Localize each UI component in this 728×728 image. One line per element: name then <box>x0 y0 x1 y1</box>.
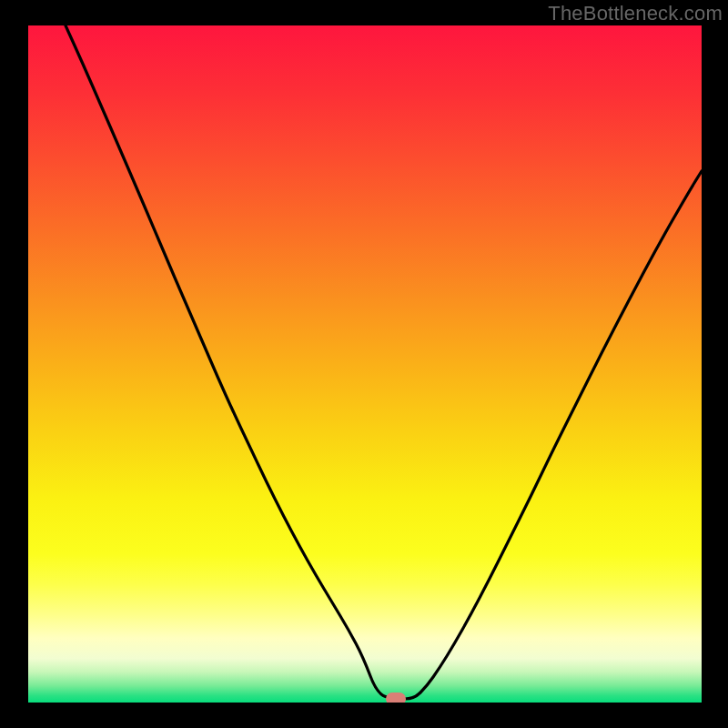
bottleneck-curve <box>28 25 702 703</box>
watermark-text: TheBottleneck.com <box>548 2 723 25</box>
optimal-marker <box>386 693 406 703</box>
chart-container: TheBottleneck.com <box>0 0 728 728</box>
plot-area <box>28 25 702 703</box>
